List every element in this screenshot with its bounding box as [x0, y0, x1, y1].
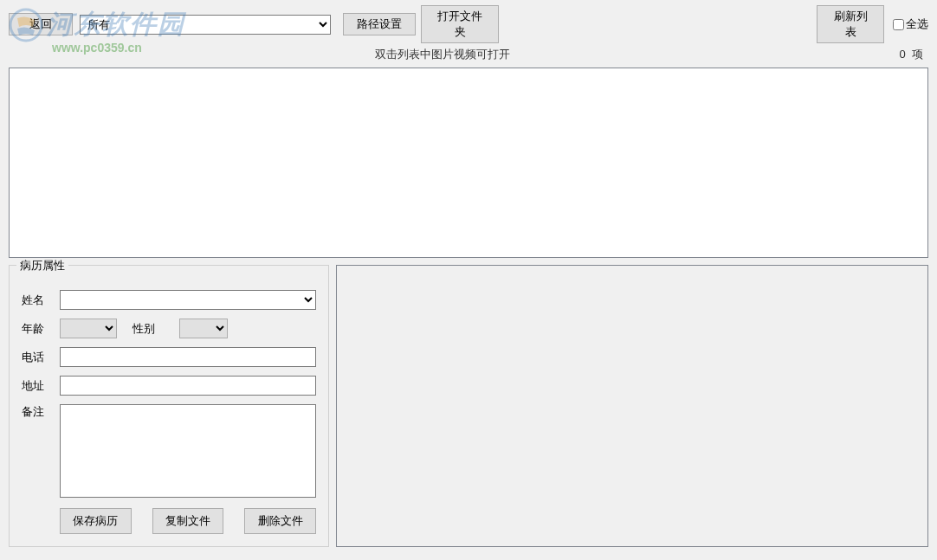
- name-combo[interactable]: [60, 290, 316, 310]
- file-list-panel[interactable]: [9, 68, 928, 258]
- back-button[interactable]: 返回: [9, 13, 73, 35]
- copy-file-button[interactable]: 复制文件: [152, 508, 224, 534]
- select-all-label: 全选: [906, 16, 928, 32]
- delete-file-button[interactable]: 删除文件: [244, 508, 316, 534]
- refresh-list-button[interactable]: 刷新列表: [817, 5, 884, 43]
- info-bar: 双击列表中图片视频可打开 0 项: [0, 47, 937, 68]
- record-properties-group: 病历属性 姓名 年龄 性别 电话 地址 备注: [9, 265, 329, 547]
- phone-label: 电话: [22, 350, 60, 365]
- select-all-input[interactable]: [893, 19, 904, 30]
- gender-label: 性别: [132, 321, 171, 337]
- gender-combo[interactable]: [179, 319, 228, 338]
- group-legend: 病历属性: [16, 258, 68, 274]
- open-folder-button[interactable]: 打开文件夹: [421, 5, 499, 43]
- name-label: 姓名: [22, 293, 60, 308]
- age-combo[interactable]: [60, 319, 117, 338]
- notes-textarea[interactable]: [60, 404, 316, 498]
- notes-label: 备注: [22, 404, 60, 420]
- preview-panel: [336, 265, 928, 547]
- save-record-button[interactable]: 保存病历: [60, 508, 132, 534]
- hint-text: 双击列表中图片视频可打开: [14, 47, 871, 62]
- path-settings-button[interactable]: 路径设置: [343, 13, 416, 35]
- filter-combo[interactable]: 所有: [80, 15, 331, 35]
- top-toolbar: 返回 所有 路径设置 打开文件夹 刷新列表 全选: [0, 0, 937, 47]
- age-label: 年龄: [22, 321, 60, 337]
- address-label: 地址: [22, 378, 60, 394]
- select-all-checkbox[interactable]: 全选: [893, 16, 928, 32]
- address-input[interactable]: [60, 376, 316, 396]
- item-count: 0 项: [871, 47, 923, 62]
- phone-input[interactable]: [60, 347, 316, 367]
